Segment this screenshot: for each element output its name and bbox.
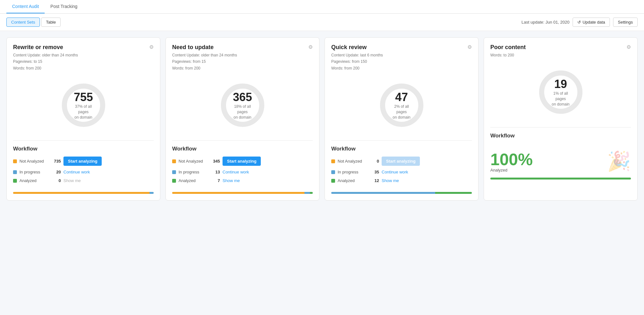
workflow-row-in-progress: In progress 13 Continue work (172, 170, 313, 174)
analyzed-count: 0 (51, 178, 61, 183)
not-analyzed-dot (172, 159, 176, 163)
chart-area: 47 2% of all pageson domain (331, 80, 472, 131)
analyzed-label: Analyzed (179, 178, 207, 183)
gear-icon[interactable]: ⚙ (626, 44, 631, 50)
donut-number: 365 (230, 91, 255, 104)
card-meta-line: Pageviews: from 15 (172, 58, 313, 65)
start-analyzing-btn[interactable]: Start analyzing (63, 157, 102, 166)
card-header: Quick review ⚙ (331, 44, 472, 51)
update-data-btn[interactable]: ↺ Update data (573, 18, 610, 27)
complete-area: 100% Analyzed 🎉 (490, 150, 631, 172)
analyzed-label: Analyzed (19, 178, 48, 183)
progress-orange (172, 192, 304, 194)
progress-green (490, 178, 631, 179)
analyzed-dot (331, 179, 335, 183)
not-analyzed-count: 345 (210, 159, 220, 164)
workflow-row-in-progress: In progress 35 Continue work (331, 170, 472, 174)
card-0: Rewrite or remove ⚙ Content Update: olde… (6, 37, 160, 201)
card-title: Rewrite or remove (13, 44, 63, 51)
in-progress-dot (331, 170, 335, 174)
not-analyzed-count: 735 (51, 159, 61, 164)
show-me-btn[interactable]: Show me (223, 178, 240, 183)
workflow-row-analyzed: Analyzed 7 Show me (172, 178, 313, 183)
toolbar-right-actions: Last update: Jun 01, 2020 ↺ Update data … (522, 18, 638, 27)
not-analyzed-label: Not Analyzed (19, 159, 48, 164)
gear-icon[interactable]: ⚙ (467, 44, 472, 50)
donut-number: 755 (71, 91, 96, 104)
card-header: Need to update ⚙ (172, 44, 313, 51)
refresh-icon: ↺ (577, 20, 581, 25)
show-me-btn: Show me (63, 178, 81, 183)
show-me-btn[interactable]: Show me (382, 178, 399, 183)
card-meta: Words: to 200 (490, 52, 631, 58)
donut-label: 1% of all pageson domain (548, 91, 574, 107)
in-progress-count: 13 (210, 170, 220, 174)
donut-number: 19 (548, 77, 574, 91)
progress-blue (304, 192, 310, 194)
workflow-row-not-analyzed: Not Analyzed 345 Start analyzing (172, 157, 313, 166)
content-sets-btn[interactable]: Content Sets (6, 18, 40, 27)
in-progress-label: In progress (179, 170, 207, 174)
in-progress-label: In progress (338, 170, 366, 174)
not-analyzed-dot (331, 159, 335, 163)
not-analyzed-dot (13, 159, 17, 163)
chart-area: 19 1% of all pageson domain (490, 67, 631, 118)
donut-chart: 19 1% of all pageson domain (535, 67, 586, 118)
progress-bar (490, 178, 631, 179)
not-analyzed-count: 0 (369, 159, 379, 164)
analyzed-count: 7 (210, 178, 220, 183)
divider (13, 140, 154, 141)
progress-orange (13, 192, 150, 194)
start-analyzing-btn: Start analyzing (382, 157, 420, 166)
card-1: Need to update ⚙ Content Update: older t… (165, 37, 319, 201)
tab-content-audit[interactable]: Content Audit (6, 0, 45, 13)
analyzed-label: Analyzed (338, 178, 366, 183)
workflow-title: Workflow (331, 146, 472, 152)
complete-pct: 100% (490, 150, 533, 169)
toolbar: Content Sets Table Last update: Jun 01, … (0, 14, 644, 31)
progress-bar (13, 192, 154, 194)
card-header: Poor content ⚙ (490, 44, 631, 51)
continue-work-btn[interactable]: Continue work (63, 170, 90, 174)
gear-icon[interactable]: ⚙ (149, 44, 154, 50)
settings-btn[interactable]: Settings (613, 18, 638, 27)
analyzed-dot (13, 179, 17, 183)
workflow-title: Workflow (490, 133, 631, 139)
card-meta-line: Content Update: older than 24 months (172, 52, 313, 58)
progress-bar (331, 192, 472, 194)
start-analyzing-btn[interactable]: Start analyzing (223, 157, 261, 166)
in-progress-dot (172, 170, 176, 174)
gear-icon[interactable]: ⚙ (308, 44, 313, 50)
workflow-row-analyzed: Analyzed 12 Show me (331, 178, 472, 183)
donut-center: 755 37% of all pageson domain (71, 91, 96, 120)
card-meta: Content Update: older than 24 monthsPage… (13, 52, 154, 71)
donut-center: 47 2% of all pageson domain (389, 91, 414, 120)
donut-label: 37% of all pageson domain (71, 104, 96, 120)
table-btn[interactable]: Table (41, 18, 61, 27)
tab-post-tracking[interactable]: Post Tracking (45, 0, 83, 13)
in-progress-count: 20 (51, 170, 61, 174)
card-meta-line: Words: from 200 (331, 65, 472, 71)
in-progress-count: 35 (369, 170, 379, 174)
workflow-row-not-analyzed: Not Analyzed 0 Start analyzing (331, 157, 472, 166)
card-meta-line: Content Update: older than 24 months (13, 52, 154, 58)
chart-area: 755 37% of all pageson domain (13, 80, 154, 131)
divider (331, 140, 472, 141)
divider (172, 140, 313, 141)
cards-container: Rewrite or remove ⚙ Content Update: olde… (0, 31, 644, 207)
card-meta-line: Words: from 200 (13, 65, 154, 71)
analyzed-count: 12 (369, 178, 379, 183)
donut-chart: 47 2% of all pageson domain (376, 80, 427, 131)
card-meta-line: Words: from 200 (172, 65, 313, 71)
donut-label: 2% of all pageson domain (389, 104, 414, 120)
in-progress-label: In progress (19, 170, 48, 174)
continue-work-btn[interactable]: Continue work (382, 170, 408, 174)
progress-blue (150, 192, 154, 194)
card-title: Quick review (331, 44, 367, 51)
workflow-row-not-analyzed: Not Analyzed 735 Start analyzing (13, 157, 154, 166)
progress-bar (172, 192, 313, 194)
in-progress-dot (13, 170, 17, 174)
donut-chart: 365 18% of all pageson domain (217, 80, 268, 131)
card-title: Poor content (490, 44, 526, 51)
continue-work-btn[interactable]: Continue work (223, 170, 249, 174)
